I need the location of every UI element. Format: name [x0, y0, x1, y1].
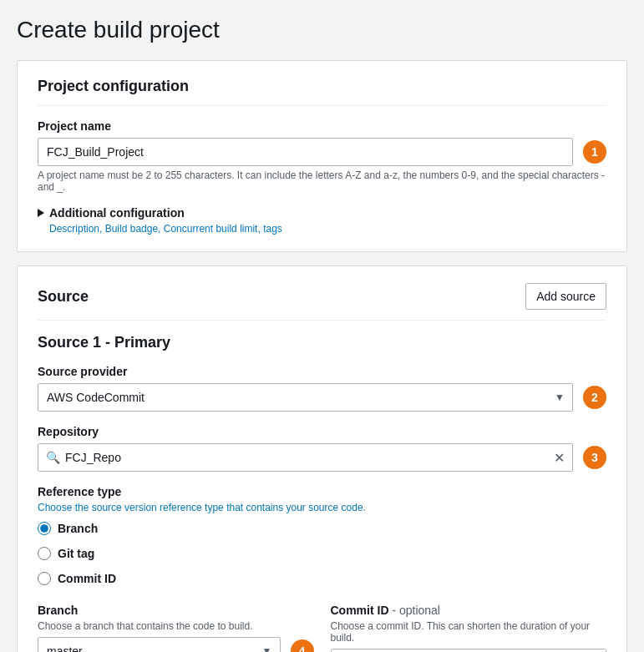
- repository-input[interactable]: [38, 443, 573, 472]
- additional-config-hint: Description, Build badge, Concurrent bui…: [49, 223, 606, 235]
- commit-id-col: Commit ID - optional Choose a commit ID.…: [331, 604, 607, 652]
- repository-label: Repository: [38, 425, 606, 438]
- branch-commit-row: Branch Choose a branch that contains the…: [38, 604, 606, 652]
- radio-branch[interactable]: Branch: [38, 522, 606, 535]
- radio-commit-id-input[interactable]: [38, 572, 51, 585]
- commit-id-hint: Choose a commit ID. This can shorten the…: [331, 620, 607, 644]
- radio-git-tag-label: Git tag: [58, 547, 94, 560]
- badge-4: 4: [291, 639, 314, 652]
- search-icon: 🔍: [46, 451, 60, 464]
- badge-3: 3: [583, 446, 606, 469]
- project-name-hint: A project name must be 2 to 255 characte…: [38, 169, 606, 193]
- reference-type-section: Reference type Choose the source version…: [38, 485, 606, 590]
- repository-input-row: 🔍 ✕ 3: [38, 443, 606, 472]
- source-provider-select[interactable]: AWS CodeCommit: [38, 383, 573, 412]
- radio-commit-id-label: Commit ID: [58, 572, 116, 585]
- radio-branch-label: Branch: [58, 522, 98, 535]
- reference-type-label: Reference type: [38, 485, 606, 498]
- page-title: Create build project: [17, 17, 627, 43]
- clear-icon[interactable]: ✕: [554, 450, 565, 466]
- radio-branch-input[interactable]: [38, 522, 51, 535]
- source-provider-row: AWS CodeCommit ▼ 2: [38, 383, 606, 412]
- branch-hint: Choose a branch that contains the code t…: [38, 620, 314, 632]
- commit-id-search-wrapper: 🔍: [331, 649, 607, 652]
- source-card: Source Add source Source 1 - Primary Sou…: [17, 265, 627, 652]
- chevron-right-icon: [38, 209, 44, 217]
- repository-search-wrapper: 🔍 ✕: [38, 443, 573, 472]
- project-name-field-group: Project name 1 A project name must be 2 …: [38, 119, 606, 193]
- additional-config-toggle[interactable]: Additional configuration: [38, 206, 606, 220]
- source-provider-select-container: AWS CodeCommit ▼: [38, 383, 573, 412]
- badge-1: 1: [583, 140, 606, 164]
- project-name-input[interactable]: [38, 138, 573, 166]
- branch-dropdown-row: master ▼ 4: [38, 637, 314, 652]
- source-card-header: Source Add source: [38, 283, 606, 321]
- project-configuration-card: Project configuration Project name 1 A p…: [17, 60, 627, 252]
- commit-id-optional: - optional: [392, 604, 440, 617]
- radio-commit-id[interactable]: Commit ID: [38, 572, 606, 585]
- project-config-header: Project configuration: [38, 78, 606, 106]
- radio-git-tag-input[interactable]: [38, 547, 51, 560]
- source-provider-label: Source provider: [38, 365, 606, 378]
- branch-col: Branch Choose a branch that contains the…: [38, 604, 314, 652]
- reference-type-hint: Choose the source version reference type…: [38, 502, 606, 513]
- source-primary-title: Source 1 - Primary: [38, 334, 606, 351]
- project-name-label: Project name: [38, 119, 606, 133]
- commit-id-input[interactable]: [331, 649, 607, 652]
- reference-type-radio-group: Branch Git tag Commit ID: [38, 522, 606, 590]
- badge-2: 2: [583, 386, 606, 409]
- source-provider-field-group: Source provider AWS CodeCommit ▼ 2: [38, 365, 606, 412]
- add-source-button[interactable]: Add source: [525, 283, 606, 310]
- branch-label: Branch: [38, 604, 314, 617]
- additional-config-label: Additional configuration: [49, 206, 185, 220]
- branch-select-container: master ▼: [38, 637, 281, 652]
- source-section-title: Source: [38, 288, 89, 306]
- radio-git-tag[interactable]: Git tag: [38, 547, 606, 560]
- commit-id-label: Commit ID - optional: [331, 604, 607, 617]
- branch-select[interactable]: master: [38, 637, 281, 652]
- project-name-input-row: 1: [38, 138, 606, 166]
- repository-field-group: Repository 🔍 ✕ 3: [38, 425, 606, 472]
